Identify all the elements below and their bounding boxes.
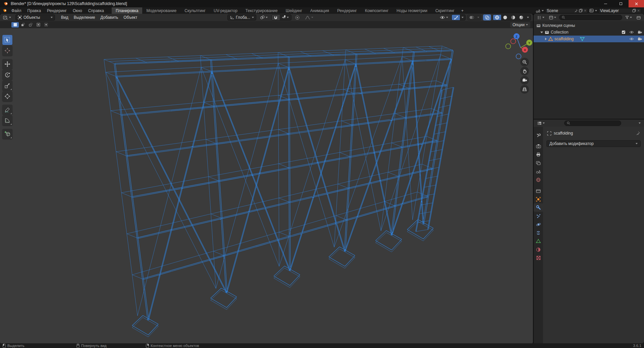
- snap-toggle[interactable]: [272, 14, 280, 20]
- tab-view-layer[interactable]: [534, 159, 543, 167]
- options-button[interactable]: Опции: [510, 22, 530, 28]
- menu-edit[interactable]: Правка: [24, 7, 44, 14]
- tab-uv-editing[interactable]: UV-редактор: [210, 7, 241, 14]
- hide-eye-icon[interactable]: [629, 31, 634, 34]
- measure-tool[interactable]: [2, 115, 12, 126]
- select-mode-set[interactable]: [11, 22, 19, 28]
- shading-material-button[interactable]: [509, 14, 517, 20]
- axis-y-negative[interactable]: [506, 44, 511, 49]
- add-menu[interactable]: Добавить: [98, 15, 121, 20]
- tab-scripting[interactable]: Скриптинг: [431, 7, 459, 14]
- outliner-filter-button[interactable]: [624, 14, 634, 20]
- view-menu[interactable]: Вид: [58, 15, 71, 20]
- tab-sculpting[interactable]: Скульптинг: [180, 7, 210, 14]
- select-menu[interactable]: Выделение: [71, 15, 98, 20]
- navigation-gizmo[interactable]: Z Y X: [503, 31, 535, 62]
- rotate-tool[interactable]: [2, 70, 12, 80]
- remove-layer-icon[interactable]: ×: [637, 8, 640, 13]
- disable-render-camera-icon[interactable]: [638, 31, 642, 34]
- zoom-button[interactable]: [520, 58, 529, 66]
- axis-x-negative[interactable]: [511, 39, 516, 44]
- tab-geometry-nodes[interactable]: Ноды геометрии: [392, 7, 431, 14]
- new-scene-icon[interactable]: [579, 9, 583, 12]
- properties-editor-type-button[interactable]: [536, 120, 546, 126]
- snap-target-selector[interactable]: [280, 14, 291, 20]
- object-menu[interactable]: Объект: [121, 15, 140, 20]
- transform-tool[interactable]: [2, 91, 12, 101]
- shading-solid-button[interactable]: [501, 14, 509, 20]
- overlays-dropdown[interactable]: [476, 14, 481, 20]
- unlink-scene-icon[interactable]: ×: [584, 8, 586, 13]
- properties-search-input[interactable]: [564, 120, 621, 126]
- cursor-tool[interactable]: [2, 46, 12, 56]
- shading-dropdown[interactable]: [525, 14, 531, 20]
- tab-compositing[interactable]: Композитинг: [361, 7, 392, 14]
- add-workspace-button[interactable]: +: [459, 7, 466, 14]
- menu-window[interactable]: Окно: [70, 7, 85, 14]
- select-mode-intersect[interactable]: [42, 22, 50, 28]
- collapse-arrow-icon[interactable]: [540, 32, 543, 33]
- blender-app-menu[interactable]: [0, 7, 8, 14]
- tab-animation[interactable]: Анимация: [306, 7, 333, 14]
- maximize-button[interactable]: [613, 0, 629, 7]
- tab-collection[interactable]: [534, 187, 543, 195]
- tab-modeling[interactable]: Моделирование: [142, 7, 180, 14]
- shading-wireframe-button[interactable]: [493, 14, 501, 20]
- tab-tool[interactable]: [534, 131, 543, 139]
- select-box-tool[interactable]: [2, 35, 12, 45]
- view-layer-selector[interactable]: ViewLayer ×: [598, 8, 641, 13]
- object-visibility-selector[interactable]: [438, 14, 450, 20]
- gizmos-dropdown[interactable]: [460, 14, 465, 20]
- tab-rendering[interactable]: Рендеринг: [333, 7, 361, 14]
- tab-render[interactable]: [534, 142, 543, 150]
- annotate-tool[interactable]: [2, 105, 12, 115]
- object-disable-render-icon[interactable]: [638, 37, 642, 41]
- tab-texture-paint[interactable]: Текстурирование: [241, 7, 282, 14]
- pin-icon[interactable]: [574, 9, 578, 12]
- xray-toggle[interactable]: [483, 14, 491, 20]
- menu-help[interactable]: Справка: [85, 7, 107, 14]
- tab-world[interactable]: [534, 176, 543, 184]
- orthographic-toggle-button[interactable]: [520, 85, 529, 94]
- transform-orientation-selector[interactable]: Глоба...: [227, 14, 256, 20]
- move-tool[interactable]: [2, 59, 12, 69]
- tab-constraints[interactable]: [534, 229, 543, 237]
- scene-selector[interactable]: Scene ×: [545, 8, 588, 13]
- tab-object[interactable]: [534, 195, 543, 203]
- select-mode-extend[interactable]: [19, 22, 26, 28]
- add-primitive-tool[interactable]: [2, 129, 12, 139]
- scaffolding-object-row[interactable]: scaffolding: [534, 36, 644, 42]
- pin-icon[interactable]: [636, 131, 640, 135]
- outliner-search-input[interactable]: [559, 15, 622, 20]
- outliner-editor-type-button[interactable]: [535, 14, 546, 20]
- tab-shading[interactable]: Шейдинг: [282, 7, 306, 14]
- collection-row[interactable]: Collection: [534, 29, 644, 36]
- camera-view-button[interactable]: [520, 76, 529, 85]
- properties-options-chevron[interactable]: [639, 122, 641, 124]
- tab-texture[interactable]: [534, 254, 543, 262]
- close-button[interactable]: [629, 0, 644, 7]
- tab-output[interactable]: [534, 150, 543, 159]
- tab-physics[interactable]: [534, 220, 543, 229]
- select-mode-invert[interactable]: [35, 22, 42, 28]
- new-layer-icon[interactable]: [632, 9, 636, 12]
- tab-particles[interactable]: [534, 212, 543, 220]
- scene-browse-chevron[interactable]: [542, 10, 544, 11]
- pivot-point-selector[interactable]: [258, 14, 269, 20]
- 3d-viewport[interactable]: [0, 28, 533, 344]
- outliner-display-mode-button[interactable]: [547, 14, 558, 20]
- scene-icon[interactable]: [536, 9, 540, 13]
- gizmos-toggle[interactable]: [452, 14, 460, 20]
- view-layer-browse-chevron[interactable]: [595, 10, 597, 11]
- minimize-button[interactable]: [598, 0, 613, 7]
- select-mode-subtract[interactable]: [27, 22, 34, 28]
- expand-arrow-icon[interactable]: [545, 38, 547, 40]
- menu-render[interactable]: Рендеринг: [44, 7, 70, 14]
- shading-rendered-button[interactable]: [517, 14, 525, 20]
- tab-layout[interactable]: Планировка: [112, 7, 143, 14]
- scene-collection-row[interactable]: Коллекция сцены: [534, 22, 644, 29]
- new-collection-button[interactable]: [635, 14, 642, 20]
- editor-type-button[interactable]: [1, 14, 13, 20]
- proportional-falloff-selector[interactable]: [303, 14, 315, 20]
- tab-object-data[interactable]: [534, 237, 543, 245]
